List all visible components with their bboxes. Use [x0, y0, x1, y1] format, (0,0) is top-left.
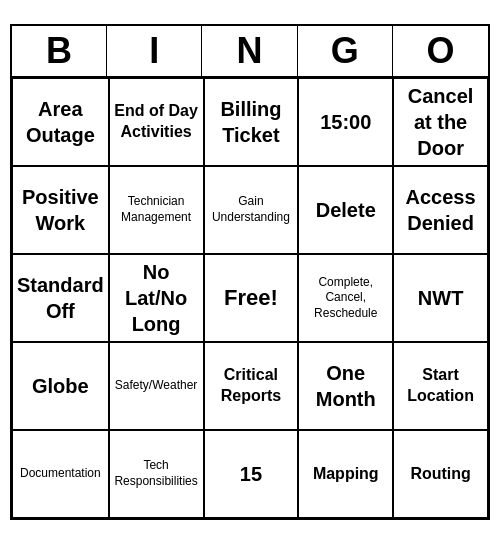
bingo-cell-1: End of Day Activities	[109, 78, 204, 166]
bingo-cell-3: 15:00	[298, 78, 393, 166]
bingo-cell-14: NWT	[393, 254, 488, 342]
bingo-cell-4: Cancel at the Door	[393, 78, 488, 166]
bingo-cell-20: Documentation	[12, 430, 109, 518]
header-letter-b: B	[12, 26, 107, 76]
bingo-cell-12: Free!	[204, 254, 299, 342]
bingo-cell-19: Start Location	[393, 342, 488, 430]
bingo-cell-5: Positive Work	[12, 166, 109, 254]
bingo-cell-2: Billing Ticket	[204, 78, 299, 166]
bingo-cell-13: Complete, Cancel, Reschedule	[298, 254, 393, 342]
bingo-cell-7: Gain Understanding	[204, 166, 299, 254]
bingo-cell-15: Globe	[12, 342, 109, 430]
bingo-cell-24: Routing	[393, 430, 488, 518]
bingo-cell-22: 15	[204, 430, 299, 518]
bingo-cell-8: Delete	[298, 166, 393, 254]
header-letter-i: I	[107, 26, 202, 76]
bingo-header: BINGO	[12, 26, 488, 78]
bingo-card: BINGO Area OutageEnd of Day ActivitiesBi…	[10, 24, 490, 520]
header-letter-n: N	[202, 26, 297, 76]
bingo-cell-11: No Lat/No Long	[109, 254, 204, 342]
bingo-cell-0: Area Outage	[12, 78, 109, 166]
bingo-cell-17: Critical Reports	[204, 342, 299, 430]
header-letter-o: O	[393, 26, 488, 76]
bingo-cell-6: Technician Management	[109, 166, 204, 254]
bingo-cell-16: Safety/Weather	[109, 342, 204, 430]
bingo-cell-9: Access Denied	[393, 166, 488, 254]
header-letter-g: G	[298, 26, 393, 76]
bingo-grid: Area OutageEnd of Day ActivitiesBilling …	[12, 78, 488, 518]
bingo-cell-21: Tech Responsibilities	[109, 430, 204, 518]
bingo-cell-10: Standard Off	[12, 254, 109, 342]
bingo-cell-23: Mapping	[298, 430, 393, 518]
bingo-cell-18: One Month	[298, 342, 393, 430]
